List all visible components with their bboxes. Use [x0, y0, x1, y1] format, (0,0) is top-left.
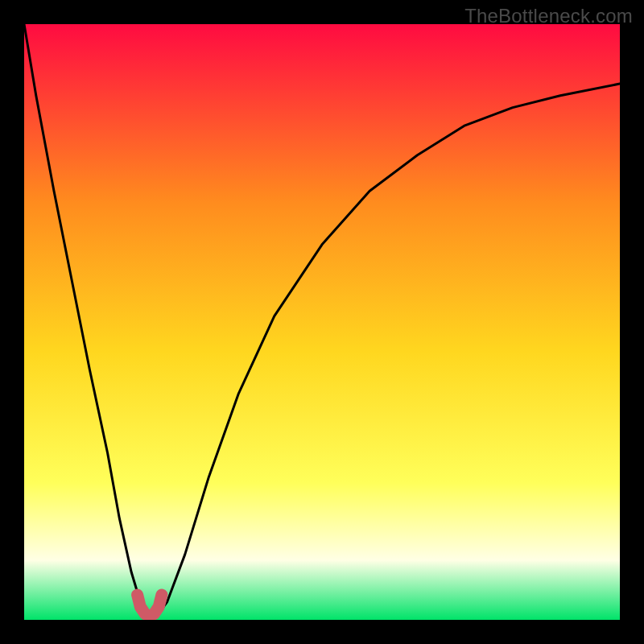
chart-background — [24, 24, 620, 620]
chart-area — [24, 24, 620, 620]
chart-outer-frame: TheBottleneck.com — [0, 0, 644, 644]
chart-svg — [24, 24, 620, 620]
watermark: TheBottleneck.com — [464, 5, 633, 27]
